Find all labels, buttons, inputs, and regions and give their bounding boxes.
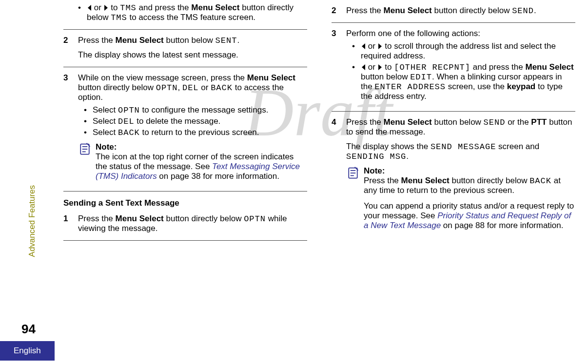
note-icon bbox=[346, 166, 364, 230]
step: 3 Perform one of the following actions: … bbox=[332, 29, 575, 104]
note-icon bbox=[78, 142, 96, 181]
arrow-left-icon bbox=[361, 41, 366, 51]
separator bbox=[332, 22, 575, 23]
step: 3 While on the view message screen, pres… bbox=[63, 73, 307, 184]
list-item: or to TMS and press the Menu Select butt… bbox=[78, 3, 307, 22]
separator bbox=[332, 111, 575, 112]
language-label: English bbox=[0, 341, 55, 361]
arrow-right-icon bbox=[104, 3, 109, 13]
list-item: Select OPTN to configure the message set… bbox=[84, 105, 307, 115]
page-number: 94 bbox=[21, 322, 36, 337]
separator bbox=[63, 29, 307, 30]
left-column: or to TMS and press the Menu Select butt… bbox=[63, 0, 307, 246]
section-label: Advanced Features bbox=[27, 185, 39, 257]
separator bbox=[63, 67, 307, 67]
list-item: Select DEL to delete the message. bbox=[84, 116, 307, 126]
separator bbox=[63, 191, 307, 192]
step: 1 Press the Menu Select button directly … bbox=[63, 214, 307, 233]
arrow-left-icon bbox=[87, 3, 92, 13]
separator bbox=[63, 240, 307, 241]
step: 4 Press the Menu Select button below SEN… bbox=[332, 117, 575, 233]
list-item: or to scroll through the address list an… bbox=[352, 41, 575, 61]
step: 2 Press the Menu Select button below SEN… bbox=[63, 36, 307, 60]
page: Draft Advanced Features 94 English or to… bbox=[0, 0, 588, 364]
arrow-right-icon bbox=[378, 41, 383, 51]
step: 2 Press the Menu Select button directly … bbox=[332, 6, 575, 16]
heading: Sending a Sent Text Message bbox=[63, 198, 307, 208]
arrow-right-icon bbox=[378, 62, 383, 72]
right-column: 2 Press the Menu Select button directly … bbox=[332, 0, 575, 235]
list-item: Select BACK to return to the previous sc… bbox=[84, 128, 307, 137]
arrow-left-icon bbox=[361, 62, 366, 72]
list-item: or to [OTHER RECPNT] and press the Menu … bbox=[352, 62, 575, 101]
